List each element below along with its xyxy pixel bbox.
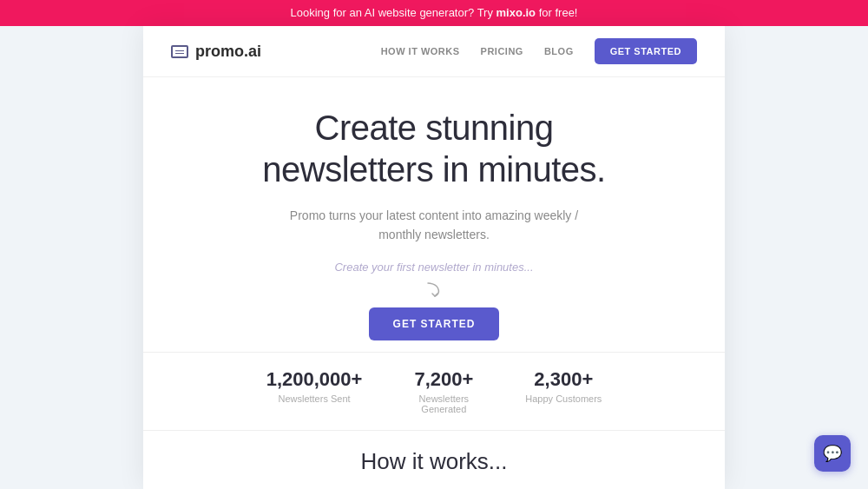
banner-text-after: for free! xyxy=(536,6,577,19)
stat-label-1: Newsletters Sent xyxy=(266,393,363,404)
arrow-icon xyxy=(421,279,447,301)
hero-input-label: Create your first newsletter in minutes.… xyxy=(334,261,533,274)
nav-blog[interactable]: BLOG xyxy=(544,46,574,56)
nav-pricing[interactable]: PRICING xyxy=(481,46,523,56)
how-it-works-title: How it works... xyxy=(178,448,690,475)
banner-link[interactable]: mixo.io xyxy=(496,6,536,19)
stat-newsletters-sent: 1,200,000+ Newsletters Sent xyxy=(266,368,363,414)
hero-section: Create stunning newsletters in minutes. … xyxy=(143,77,725,352)
stat-label-2: NewslettersGenerated xyxy=(414,393,473,414)
stat-happy-customers: 2,300+ Happy Customers xyxy=(525,368,602,414)
content-area: promo.ai HOW IT WORKS PRICING BLOG GET S… xyxy=(143,26,725,489)
nav-links: HOW IT WORKS PRICING BLOG GET STARTED xyxy=(381,38,697,64)
how-it-works-section: How it works... xyxy=(143,430,725,489)
hero-get-started-button[interactable]: GET STARTED xyxy=(369,307,500,340)
stat-label-3: Happy Customers xyxy=(525,393,602,404)
logo-text: promo.ai xyxy=(195,43,261,61)
stat-number-1: 1,200,000+ xyxy=(266,368,363,391)
nav-how-it-works[interactable]: HOW IT WORKS xyxy=(381,46,460,56)
banner-text: Looking for an AI website generator? Try xyxy=(291,6,496,19)
hero-subtitle: Promo turns your latest content into ama… xyxy=(286,206,582,245)
stat-number-3: 2,300+ xyxy=(525,368,602,391)
nav-get-started-button[interactable]: GET STARTED xyxy=(595,38,697,64)
chat-icon: 💬 xyxy=(823,444,842,463)
logo: promo.ai xyxy=(171,43,261,61)
stat-number-2: 7,200+ xyxy=(414,368,473,391)
main-wrapper: promo.ai HOW IT WORKS PRICING BLOG GET S… xyxy=(0,26,868,489)
stat-newsletters-generated: 7,200+ NewslettersGenerated xyxy=(414,368,473,414)
chat-button[interactable]: 💬 xyxy=(814,435,851,472)
top-banner: Looking for an AI website generator? Try… xyxy=(0,0,868,26)
logo-icon xyxy=(171,45,188,58)
navbar: promo.ai HOW IT WORKS PRICING BLOG GET S… xyxy=(143,26,725,77)
hero-title: Create stunning newsletters in minutes. xyxy=(262,107,605,190)
stats-section: 1,200,000+ Newsletters Sent 7,200+ Newsl… xyxy=(143,352,725,430)
